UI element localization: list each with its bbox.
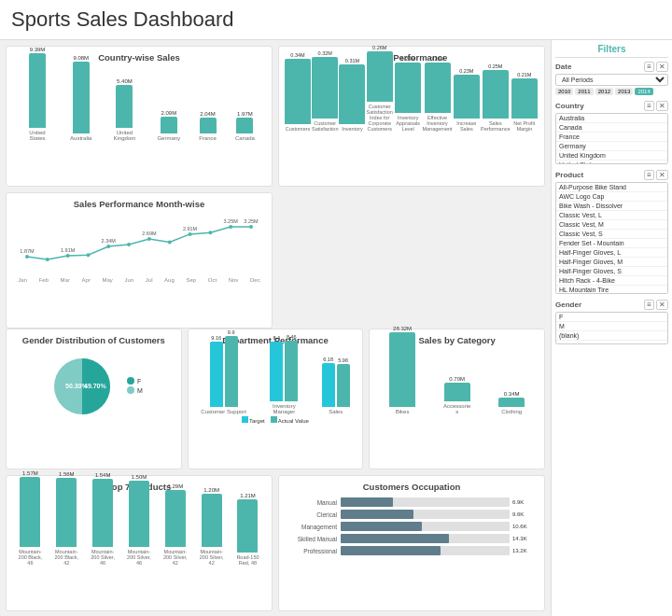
year-button[interactable]: 2011 [575,88,593,95]
product-filter-item[interactable]: Classic Vest, S [556,230,667,239]
kpi-bar: 0.25M Sales Performance [481,63,511,132]
dept-bar: 8.4 8.46 Inventory Manager [260,334,307,414]
gender-filter-item[interactable]: M [556,322,667,331]
svg-text:1.87M: 1.87M [20,248,35,254]
product-filter-item[interactable]: Classic Vest, L [556,211,667,220]
svg-text:2.34M: 2.34M [102,238,117,244]
occupation-item: Skilled Manual 14.3K [285,534,539,543]
country-filter-item[interactable]: United Kingdom [556,151,667,161]
product-bar: 1.21M Road-150 Red, 48 [234,493,260,566]
occupation-item: Professional 13.2K [285,546,539,555]
date-filter-icon2[interactable]: ✕ [656,62,668,72]
date-filter-icon1[interactable]: ≡ [644,62,654,72]
country-filter-item[interactable]: Australia [556,114,667,123]
svg-point-9 [147,237,151,241]
top-products-card: Top 7 Products 1.57M Mountain-200 Black,… [6,475,273,611]
kpi-bar: 0.32M Customer Satisfaction [311,50,339,132]
gender-filter-icon2[interactable]: ✕ [656,300,668,310]
kpi-bar: 0.26M Inventory Appraisals Level [394,56,422,132]
country-filter-icon2[interactable]: ✕ [656,101,668,111]
product-filter-item[interactable]: Bike Wash - Dissolver [556,202,667,211]
product-list[interactable]: All-Purpose Bike StandAWC Logo CapBike W… [555,182,668,294]
country-filter: Country ≡ ✕ AustraliaCanadaFranceGermany… [555,101,668,164]
gender-list[interactable]: FM(blank) [555,312,668,344]
country-filter-label: Country [555,102,584,110]
country-filter-icon1[interactable]: ≡ [644,101,654,111]
gender-card: Gender Distribution of Customers 50.30% … [6,329,182,469]
svg-text:2.69M: 2.69M [142,231,157,236]
product-filter-item[interactable]: HL Mountain Tire [556,286,667,294]
gender-filter-icon1[interactable]: ≡ [644,300,654,310]
product-filter-item[interactable]: Half-Finger Gloves, M [556,258,667,267]
kpi-bar: 0.26M Customer Satisfaction Index for Co… [365,45,393,132]
year-button[interactable]: 2014 [635,88,652,95]
gender-pie: 50.30% 49.70% [45,349,119,424]
country-bar: 9.39M United States [23,47,51,141]
svg-point-3 [66,254,70,258]
country-filter-item[interactable]: Canada [556,123,667,133]
category-bar: 0.34M Clothing [498,391,525,414]
sales-month-card: Sales Performance Month-wise 1.87M1.91M2… [6,192,273,329]
country-sales-card: Country-wise Sales 9.39M United States 9… [6,46,273,187]
product-bar: 1.56M Mountain-200 Black, 42 [53,471,79,566]
occupation-item: Management 10.6K [285,522,539,531]
kpi-bar: 0.34M Customers [285,52,311,132]
svg-text:3.25M: 3.25M [244,218,259,224]
svg-point-2 [46,258,49,261]
country-filter-item[interactable]: Germany [556,142,667,151]
year-button[interactable]: 2010 [555,88,573,95]
product-filter-icon1[interactable]: ≡ [644,170,654,180]
product-filter-item[interactable]: AWC Logo Cap [556,192,667,202]
product-bar: 1.20M Mountain-200 Silver, 42 [199,487,225,566]
svg-point-5 [86,253,90,257]
kpi-bar: 0.23M Increase Sales [453,68,481,132]
svg-text:2.91M: 2.91M [183,226,198,231]
category-bar: 28.32M Bikes [389,326,415,414]
dept-card: Department Performance 9.16 9.9 Customer… [188,329,364,469]
kpi-card: KPI Performance 0.34M Customers 0.32M Cu… [278,46,545,187]
product-filter: Product ≡ ✕ All-Purpose Bike StandAWC Lo… [555,170,668,294]
top-products-chart: 1.57M Mountain-200 Black, 46 1.56M Mount… [12,496,266,566]
product-bar: 1.29M Mountain-200 Silver, 42 [162,483,189,566]
gender-filter-item[interactable]: F [556,313,667,322]
date-dropdown[interactable]: All Periods [555,74,668,86]
country-filter-item[interactable]: France [556,133,667,142]
gender-filter-item[interactable]: (blank) [556,331,667,341]
gender-filter: Gender ≡ ✕ FM(blank) [555,300,668,344]
svg-text:1.91M: 1.91M [61,247,76,253]
product-bar: 1.57M Mountain-200 Black, 46 [17,470,43,566]
year-button[interactable]: 2013 [615,88,633,95]
product-filter-item[interactable]: All-Purpose Bike Stand [556,183,667,192]
country-list[interactable]: AustraliaCanadaFranceGermanyUnited Kingd… [555,113,668,164]
product-filter-item[interactable]: Fender Set - Mountain [556,239,667,248]
svg-point-0 [25,255,29,259]
product-filter-item[interactable]: Half-Finger Gloves, L [556,248,667,258]
category-card: Sales by Category 28.32M Bikes 0.70M Acc… [369,329,545,469]
product-bar: 1.50M Mountain-200 Silver, 46 [126,474,152,566]
product-filter-item[interactable]: Classic Vest, M [556,220,667,230]
gender-chart: 50.30% 49.70% F M [12,349,175,424]
country-bar: 9.08M Australia [70,55,91,141]
dept-bar: 6.18 5.96 Sales [322,357,350,414]
kpi-bar: 0.31M Inventory [339,58,365,132]
year-button[interactable]: 2012 [595,88,613,95]
country-bar: 2.04M France [199,111,217,141]
country-filter-item[interactable]: United States [556,161,667,164]
filters-sidebar: Filters Date ≡ ✕ All Periods 20102011201… [551,40,672,616]
svg-point-15 [229,225,232,229]
date-filter-label: Date [555,63,571,71]
svg-point-6 [106,245,110,248]
product-filter-icon2[interactable]: ✕ [656,170,668,180]
product-filter-item[interactable]: Hitch Rack - 4-Bike [556,276,667,286]
svg-text:3.25M: 3.25M [224,218,239,224]
sales-month-svg: 1.87M1.91M2.34M2.69M2.91M3.25M3.25M [12,213,266,273]
occupation-chart: Manual 6.9K Clerical 9.6K Management 10.… [285,496,539,560]
occupation-card: Customers Occupation Manual 6.9K Clerica… [278,475,545,611]
country-sales-chart: 9.39M United States 9.08M Australia 5.40… [12,66,266,141]
svg-point-14 [208,231,212,234]
occupation-item: Clerical 9.6K [285,510,539,519]
svg-point-17 [249,225,253,229]
product-filter-item[interactable]: Half-Finger Gloves, S [556,267,667,276]
dept-chart: 9.16 9.9 Customer Support 8.4 8.46 Inven… [194,349,357,414]
product-bar: 1.54M Mountain-200 Silver, 46 [90,472,116,566]
